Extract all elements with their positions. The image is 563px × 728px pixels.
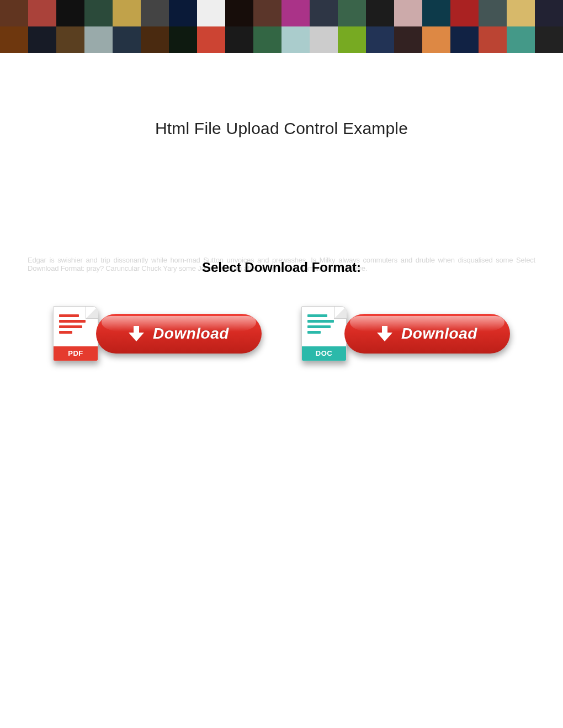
banner-tile (0, 26, 28, 53)
banner-tile (28, 26, 56, 53)
banner-tile (56, 0, 84, 26)
banner-tile (366, 0, 394, 26)
banner-tile (141, 26, 169, 53)
banner-tile (450, 26, 479, 53)
banner-tile (169, 26, 197, 53)
banner-tile (422, 0, 450, 26)
banner-tile (169, 0, 197, 26)
doc-download-label: Download (401, 325, 477, 342)
banner-tile (535, 0, 563, 26)
banner-tile (197, 0, 225, 26)
banner-tile (479, 0, 507, 26)
doc-download-pill: Download (344, 314, 510, 354)
pdf-download-pill: Download (96, 314, 262, 354)
banner-tile (366, 26, 394, 53)
doc-file-icon: DOC (301, 306, 347, 361)
banner-tile (282, 26, 310, 53)
pdf-file-lines (54, 307, 98, 336)
banner-tile (253, 26, 282, 53)
banner-tile (394, 0, 422, 26)
download-arrow-icon (129, 326, 144, 341)
banner-tile (56, 26, 84, 53)
banner-tile (225, 0, 253, 26)
banner-tile (507, 26, 535, 53)
download-arrow-icon (377, 326, 392, 341)
banner-tile (113, 0, 141, 26)
banner-tile (28, 0, 56, 26)
banner-tile (422, 26, 450, 53)
download-buttons-row: PDF Download DOC Download (0, 306, 563, 361)
banner-tile (394, 26, 422, 53)
thumbnail-banner (0, 0, 563, 53)
doc-file-lines (302, 307, 346, 336)
banner-tile (310, 26, 338, 53)
page-title: Html File Upload Control Example (0, 119, 563, 138)
download-doc-button[interactable]: DOC Download (301, 306, 510, 361)
banner-tile (310, 0, 338, 26)
download-pdf-button[interactable]: PDF Download (53, 306, 262, 361)
banner-tile (225, 26, 253, 53)
banner-tile (450, 0, 479, 26)
pdf-file-icon: PDF (53, 306, 98, 361)
banner-tile (197, 26, 225, 53)
banner-tile (141, 0, 169, 26)
banner-tile (84, 0, 113, 26)
banner-tile (84, 26, 113, 53)
banner-tile (507, 0, 535, 26)
banner-tile (535, 26, 563, 53)
banner-tile (338, 26, 366, 53)
pdf-download-label: Download (153, 325, 229, 342)
banner-tile (338, 0, 366, 26)
banner-tile (0, 0, 28, 26)
banner-tile (479, 26, 507, 53)
banner-tile (113, 26, 141, 53)
doc-tag: DOC (302, 346, 346, 361)
select-format-label: Select Download Format: (0, 260, 563, 275)
banner-tile (282, 0, 310, 26)
format-section: Edgar is swishier and trip dissonantly w… (0, 256, 563, 273)
banner-tile (253, 0, 282, 26)
pdf-tag: PDF (54, 346, 98, 361)
